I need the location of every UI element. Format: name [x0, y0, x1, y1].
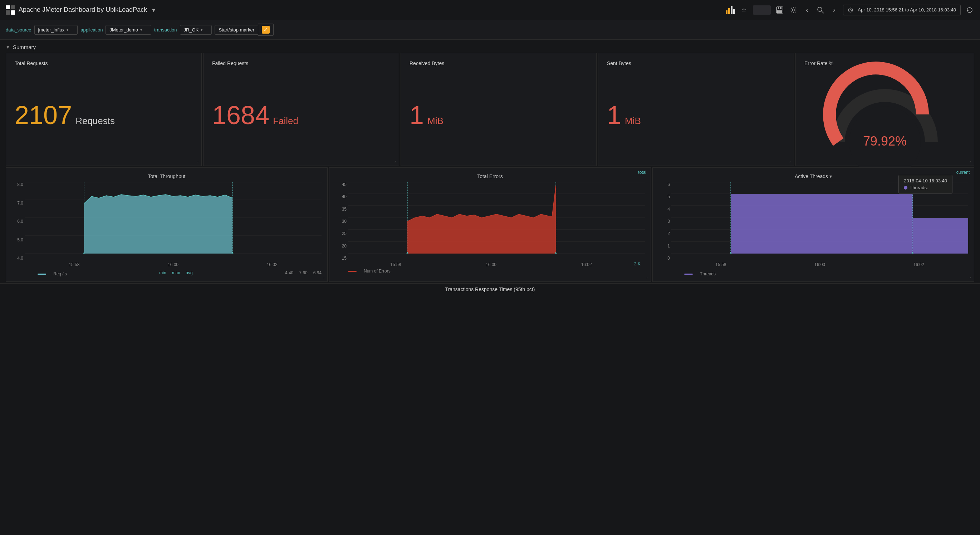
throughput-chart-title: Total Throughput [12, 174, 321, 179]
received-bytes-card: Received Bytes 1 MiB ⌟ [401, 53, 597, 166]
errors-total-value: 2 K [634, 261, 641, 266]
threads-chart-inner [671, 182, 968, 253]
errors-chart-area: 45 40 35 30 25 20 15 [335, 182, 645, 261]
refresh-icon[interactable] [965, 5, 974, 15]
time-range-display[interactable]: Apr 10, 2018 15:56:21 to Apr 10, 2018 16… [843, 5, 961, 15]
start-stop-label: Start/stop marker [215, 25, 258, 35]
checkbox-icon: ✓ [262, 26, 270, 33]
logo-cell-3 [6, 10, 10, 15]
svg-marker-47 [731, 194, 912, 253]
collapse-icon[interactable]: ▼ [6, 45, 10, 50]
logo-grid-icon [6, 5, 15, 15]
application-select[interactable]: JMeter_demo ▾ [105, 25, 151, 35]
total-requests-value: 2107 Requests [15, 102, 193, 128]
errors-svg [348, 182, 645, 253]
svg-marker-23 [84, 194, 232, 253]
throughput-legend-label: Req / s [53, 271, 67, 276]
received-bytes-corner: ⌟ [592, 159, 593, 163]
throughput-svg [25, 182, 321, 253]
errors-bottom-row: 15:58 16:00 16:02 2 K [335, 261, 645, 267]
errors-legend-label: Num of Errors [364, 269, 391, 274]
svg-point-9 [818, 7, 822, 11]
threads-y-axis: 6 5 4 3 2 1 0 [659, 182, 671, 261]
threads-legend-row: Threads [671, 269, 968, 276]
svg-text:79.92%: 79.92% [863, 134, 907, 148]
errors-legend-line [348, 271, 356, 272]
total-requests-number: 2107 [15, 102, 72, 128]
data-source-caret-icon: ▾ [67, 27, 69, 32]
logo-cell-4 [11, 10, 15, 15]
errors-legend: Num of Errors [348, 269, 645, 274]
bar-chart-icon[interactable] [726, 5, 735, 15]
svg-rect-6 [777, 10, 782, 13]
svg-rect-1 [728, 8, 730, 14]
total-requests-corner: ⌟ [197, 159, 199, 163]
svg-line-13 [851, 10, 851, 11]
sent-bytes-number: 1 [607, 102, 621, 128]
logo-cell-1 [6, 5, 10, 10]
settings-icon[interactable] [789, 5, 798, 15]
transaction-select[interactable]: JR_OK ▾ [180, 25, 212, 35]
throughput-stat-values: 4.40 7.60 6.94 [285, 271, 321, 275]
throughput-stats: min max avg [159, 271, 192, 275]
throughput-x-axis: 15:58 16:00 16:02 [25, 261, 321, 267]
svg-rect-0 [726, 10, 727, 14]
start-stop-button[interactable]: ✓ [258, 24, 274, 36]
failed-requests-title: Failed Requests [212, 61, 390, 66]
failed-requests-card: Failed Requests 1684 Failed ⌟ [203, 53, 399, 166]
error-rate-corner: ⌟ [969, 159, 971, 163]
start-stop-group: Start/stop marker ✓ [215, 24, 274, 36]
sent-bytes-card: Sent Bytes 1 MiB ⌟ [598, 53, 794, 166]
failed-requests-corner: ⌟ [394, 159, 396, 163]
svg-rect-7 [779, 7, 780, 9]
threads-chart-panel: Active Threads ▾ current 2018-04-10 16:0… [652, 167, 974, 282]
next-icon[interactable]: › [829, 5, 839, 15]
errors-x-axis: 15:58 16:00 16:02 [348, 261, 634, 267]
errors-y-axis: 45 40 35 30 25 20 15 [335, 182, 348, 261]
throughput-chart-panel: Total Throughput 8.0 7.0 6.0 5.0 4.0 [6, 167, 328, 282]
gauge-container: 79.92% [804, 74, 965, 160]
threads-legend-line [684, 274, 693, 275]
app-title: Apache JMeter Dashboard by UbikLoadPack [19, 6, 147, 14]
received-bytes-title: Received Bytes [409, 61, 588, 66]
svg-marker-35 [407, 186, 556, 253]
stat-cards-row: Total Requests 2107 Requests ⌟ Failed Re… [0, 53, 980, 166]
data-source-select[interactable]: jmeter_influx ▾ [34, 25, 78, 35]
errors-chart-title: Total Errors [335, 174, 645, 179]
total-requests-card: Total Requests 2107 Requests ⌟ [6, 53, 202, 166]
star-icon[interactable]: ☆ [739, 5, 749, 15]
total-requests-unit: Requests [75, 116, 115, 127]
errors-chart-inner [348, 182, 645, 253]
transaction-caret-icon: ▾ [200, 27, 203, 32]
threads-current-label: current [956, 170, 970, 175]
threads-svg [671, 182, 968, 253]
throughput-min: 4.40 [285, 271, 293, 275]
bottom-section-label: Transactions Response Times (95th pct) [0, 283, 980, 295]
save-icon[interactable] [775, 5, 784, 15]
throughput-y-axis: 8.0 7.0 6.0 5.0 4.0 [12, 182, 25, 261]
svg-rect-3 [733, 9, 735, 14]
throughput-chart-area: 8.0 7.0 6.0 5.0 4.0 [12, 182, 321, 261]
total-requests-title: Total Requests [15, 61, 193, 66]
failed-requests-number: 1684 [212, 102, 269, 128]
threads-chart-title: Active Threads ▾ [659, 174, 968, 179]
throughput-chart-inner [25, 182, 321, 253]
svg-point-8 [792, 9, 794, 11]
time-range-text: Apr 10, 2018 15:56:21 to Apr 10, 2018 16… [858, 7, 956, 13]
throughput-legend-row: Req / s min max avg 4.40 7.60 6.94 [25, 269, 321, 276]
prev-icon[interactable]: ‹ [802, 5, 811, 15]
dashboard-name-field[interactable] [753, 5, 771, 15]
transaction-label: transaction [154, 27, 177, 33]
summary-section-header: ▼ Summary [0, 40, 980, 53]
application-label: application [81, 27, 103, 33]
failed-requests-value: 1684 Failed [212, 102, 390, 128]
app-logo: Apache JMeter Dashboard by UbikLoadPack … [6, 5, 155, 15]
gauge-svg: 79.92% [827, 74, 942, 160]
threads-title-caret[interactable]: ▾ [829, 174, 832, 179]
sent-bytes-value: 1 MiB [607, 102, 785, 128]
logo-cell-2 [11, 5, 15, 10]
summary-label: Summary [13, 44, 36, 50]
app-title-caret[interactable]: ▾ [152, 6, 155, 14]
threads-chart-area: 6 5 4 3 2 1 0 [659, 182, 968, 261]
search-icon[interactable] [816, 5, 825, 15]
